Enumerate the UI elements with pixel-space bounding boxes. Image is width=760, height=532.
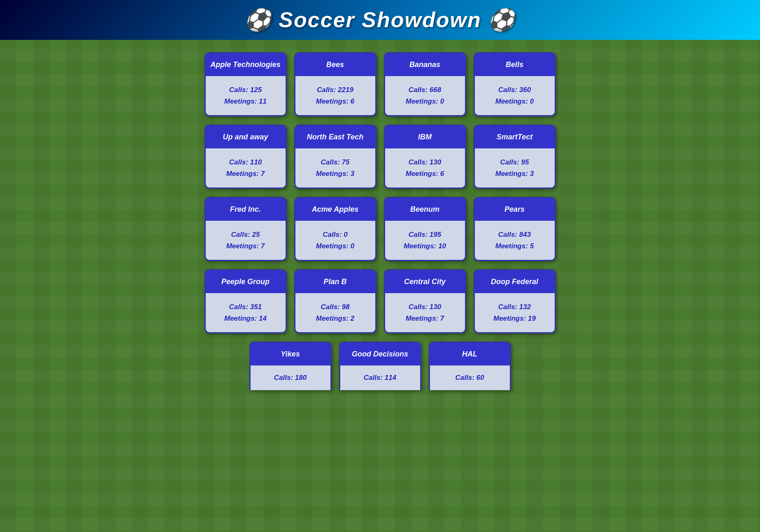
card-pears: PearsCalls: 843Meetings: 5 [474,197,556,261]
meetings-stat-acme-apples: Meetings: 0 [316,242,355,250]
card-peeple-group: Peeple GroupCalls: 351Meetings: 14 [205,269,287,333]
meetings-stat-north-east-tech: Meetings: 3 [316,170,355,178]
card-smarttect: SmartTectCalls: 95Meetings: 3 [474,125,556,189]
calls-stat-plan-b: Calls: 98 [321,303,350,311]
card-body-smarttect: Calls: 95Meetings: 3 [475,148,555,187]
card-north-east-tech: North East TechCalls: 75Meetings: 3 [294,125,377,189]
card-body-up-and-away: Calls: 110Meetings: 7 [206,148,286,187]
meetings-stat-fred-inc: Meetings: 7 [226,242,265,250]
card-body-apple-tech: Calls: 125Meetings: 11 [206,76,286,115]
card-good-decisions: Good DecisionsCalls: 114 [339,342,421,390]
cards-row-3: Fred Inc.Calls: 25Meetings: 7Acme Apples… [205,197,556,261]
card-bells: BellsCalls: 360Meetings: 0 [474,52,556,116]
card-header-north-east-tech: North East Tech [295,126,375,148]
meetings-stat-doop-federal: Meetings: 19 [493,315,536,323]
meetings-stat-central-city: Meetings: 7 [406,315,444,323]
card-header-peeple-group: Peeple Group [206,271,286,293]
card-bananas: BananasCalls: 668Meetings: 0 [384,52,466,116]
card-body-beenum: Calls: 195Meetings: 10 [385,221,465,260]
meetings-stat-smarttect: Meetings: 3 [495,170,534,178]
meetings-stat-apple-tech: Meetings: 11 [224,97,267,106]
calls-stat-pears: Calls: 843 [498,231,531,239]
cards-row-5: YikesCalls: 180Good DecisionsCalls: 114H… [249,342,511,390]
card-header-bees: Bees [295,53,375,76]
calls-stat-yikes: Calls: 180 [274,374,307,382]
meetings-stat-bananas: Meetings: 0 [406,97,444,106]
card-header-up-and-away: Up and away [206,126,286,148]
card-up-and-away: Up and awayCalls: 110Meetings: 7 [205,125,287,189]
card-body-yikes: Calls: 180 [251,365,330,390]
card-header-ibm: IBM [385,126,465,148]
card-hal: HALCalls: 60 [429,342,511,390]
card-header-yikes: Yikes [251,343,330,365]
card-header-apple-tech: Apple Technologies [206,53,286,76]
card-body-acme-apples: Calls: 0Meetings: 0 [295,221,375,260]
meetings-stat-peeple-group: Meetings: 14 [224,315,267,323]
calls-stat-north-east-tech: Calls: 75 [321,158,350,167]
card-apple-tech: Apple TechnologiesCalls: 125Meetings: 11 [205,52,287,116]
card-body-central-city: Calls: 130Meetings: 7 [385,293,465,332]
meetings-stat-plan-b: Meetings: 2 [316,315,355,323]
card-header-pears: Pears [475,198,555,221]
calls-stat-acme-apples: Calls: 0 [323,231,347,239]
meetings-stat-bells: Meetings: 0 [495,97,534,106]
calls-stat-fred-inc: Calls: 25 [231,231,260,239]
card-bees: BeesCalls: 2219Meetings: 6 [294,52,377,116]
card-body-doop-federal: Calls: 132Meetings: 19 [475,293,555,332]
calls-stat-apple-tech: Calls: 125 [229,86,262,94]
cards-row-2: Up and awayCalls: 110Meetings: 7North Ea… [205,125,556,189]
calls-stat-hal: Calls: 60 [456,374,484,382]
card-body-bees: Calls: 2219Meetings: 6 [295,76,375,115]
calls-stat-good-decisions: Calls: 114 [364,374,396,382]
card-body-good-decisions: Calls: 114 [340,365,420,390]
card-header-doop-federal: Doop Federal [475,271,555,293]
page-title: ⚽ Soccer Showdown ⚽ [0,7,760,32]
card-doop-federal: Doop FederalCalls: 132Meetings: 19 [474,269,556,333]
card-beenum: BeenumCalls: 195Meetings: 10 [384,197,466,261]
card-central-city: Central CityCalls: 130Meetings: 7 [384,269,466,333]
card-body-plan-b: Calls: 98Meetings: 2 [295,293,375,332]
card-body-ibm: Calls: 130Meetings: 6 [385,148,465,187]
card-body-bananas: Calls: 668Meetings: 0 [385,76,465,115]
calls-stat-bananas: Calls: 668 [409,86,441,94]
card-body-fred-inc: Calls: 25Meetings: 7 [206,221,286,260]
card-header-smarttect: SmartTect [475,126,555,148]
card-ibm: IBMCalls: 130Meetings: 6 [384,125,466,189]
card-fred-inc: Fred Inc.Calls: 25Meetings: 7 [205,197,287,261]
card-header-acme-apples: Acme Apples [295,198,375,221]
main-content: Apple TechnologiesCalls: 125Meetings: 11… [0,40,760,402]
meetings-stat-up-and-away: Meetings: 7 [226,170,265,178]
card-yikes: YikesCalls: 180 [249,342,332,390]
card-body-north-east-tech: Calls: 75Meetings: 3 [295,148,375,187]
calls-stat-bees: Calls: 2219 [317,86,353,94]
card-body-bells: Calls: 360Meetings: 0 [475,76,555,115]
card-header-central-city: Central City [385,271,465,293]
calls-stat-ibm: Calls: 130 [409,158,441,167]
card-header-bells: Bells [475,53,555,76]
meetings-stat-pears: Meetings: 5 [495,242,534,250]
calls-stat-up-and-away: Calls: 110 [229,158,262,167]
calls-stat-peeple-group: Calls: 351 [229,303,262,311]
meetings-stat-beenum: Meetings: 10 [404,242,446,250]
card-header-fred-inc: Fred Inc. [206,198,286,221]
card-header-bananas: Bananas [385,53,465,76]
card-body-hal: Calls: 60 [430,365,510,390]
card-header-beenum: Beenum [385,198,465,221]
cards-row-1: Apple TechnologiesCalls: 125Meetings: 11… [205,52,556,116]
card-plan-b: Plan BCalls: 98Meetings: 2 [294,269,377,333]
page-header: ⚽ Soccer Showdown ⚽ [0,0,760,40]
meetings-stat-bees: Meetings: 6 [316,97,355,106]
calls-stat-smarttect: Calls: 95 [500,158,529,167]
cards-row-4: Peeple GroupCalls: 351Meetings: 14Plan B… [205,269,556,333]
card-header-good-decisions: Good Decisions [340,343,420,365]
calls-stat-beenum: Calls: 195 [409,231,441,239]
card-header-plan-b: Plan B [295,271,375,293]
calls-stat-bells: Calls: 360 [498,86,531,94]
card-body-peeple-group: Calls: 351Meetings: 14 [206,293,286,332]
card-body-pears: Calls: 843Meetings: 5 [475,221,555,260]
calls-stat-doop-federal: Calls: 132 [498,303,531,311]
card-header-hal: HAL [430,343,510,365]
card-acme-apples: Acme ApplesCalls: 0Meetings: 0 [294,197,377,261]
calls-stat-central-city: Calls: 130 [409,303,441,311]
meetings-stat-ibm: Meetings: 6 [406,170,444,178]
